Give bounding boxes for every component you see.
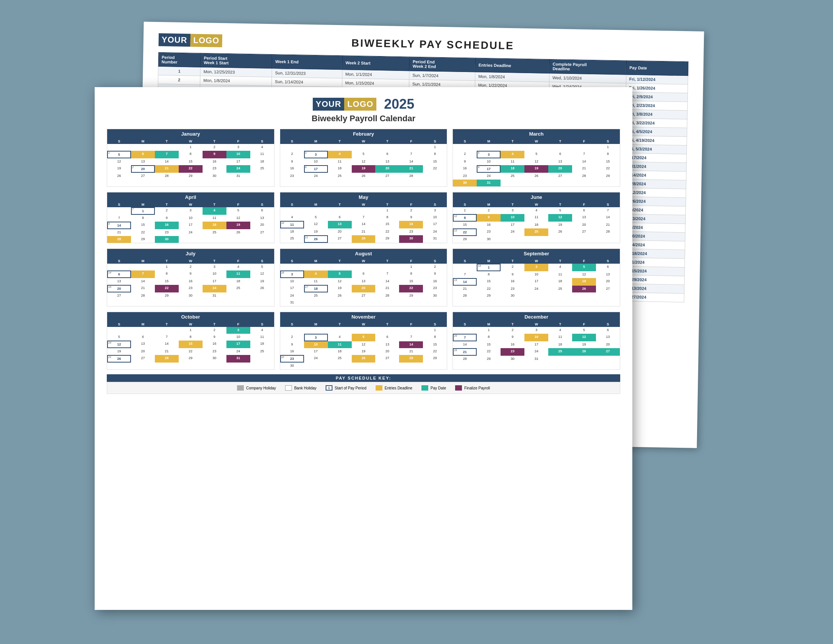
logo-logo: LOGO [190,34,222,47]
month-march: March SMTWTFS 1 2 53 4 5 6 7 8 [452,129,620,187]
legend-pay: Pay Date [421,385,446,391]
legend-start: 1 Start of Pay Period [326,385,367,391]
sep-header: September [453,249,620,258]
month-december: December SMTWTFS 123 456 257 8 9 10 11 1… [452,312,620,370]
col-week1-end: Week 1 End [272,55,342,70]
entries-swatch [376,385,383,391]
front-logo: YOUR LOGO [313,98,376,111]
apr-days-header: SMTWTFS [107,202,274,207]
aug-header: August [280,249,447,258]
nov-days-header: SMTWTFS [280,322,447,327]
oct-days: 1 2 3 4 567 891011 2012 13 14 15 16 17 1… [107,327,274,362]
col-entries: Entries Deadline [475,58,549,73]
legend-bank: Bank Holiday [285,385,317,391]
front-year: 2025 [384,96,414,112]
jan-days: 1234 15 6 7 8 9 10 11 121314 15161718 19… [107,144,274,180]
legend-finalize-label: Finalize Payroll [464,386,490,390]
month-april: April SMTWTFS 71 2 3 4 5 6 789 10111213 [107,192,275,243]
nov-days: 1 2 3 4 5 6 7 8 9 10 11 12 13 14 15 [280,327,447,369]
back-logo: YOUR LOGO [159,33,223,47]
jul-days-header: SMTWTFS [107,258,274,264]
finalize-swatch [455,385,462,391]
feb-header: February [280,129,447,138]
oct-days-header: SMTWTFS [107,322,274,327]
dec-header: December [453,312,620,322]
sep-days-header: SMTWTFS [453,258,620,264]
bank-swatch [285,385,292,391]
col-period: PeriodNumber [158,52,201,67]
month-september: September SMTWTFS 181 2 3 4 5 6 789 1011… [452,248,620,306]
start-swatch: 1 [326,385,333,391]
legend-bank-label: Bank Holiday [294,386,317,390]
dec-days: 123 456 257 8 9 10 11 12 13 141516 17181… [453,327,620,362]
feb-days-header: SMTWTFS [280,138,447,144]
legend-items: Company Holiday Bank Holiday 1 Start of … [107,382,620,394]
month-may: May SMTWTFS 123 456 78910 1011 12 13 14 [280,192,447,243]
front-logo-your: YOUR [313,98,344,111]
month-october: October SMTWTFS 1 2 3 4 567 891011 2012 … [107,312,275,370]
front-document: YOUR LOGO 2025 Biweekly Payroll Calendar… [95,87,632,610]
month-november: November SMTWTFS 1 2 3 4 5 6 7 8 [280,312,447,370]
dec-days-header: SMTWTFS [453,322,620,327]
legend-entries-label: Entries Deadline [385,386,412,390]
may-days-header: SMTWTFS [280,202,447,207]
front-subtitle: Biweekly Payroll Calendar [107,114,620,124]
aug-days: 12 163 4 5 6 7 8 9 101112 13141516 17 17… [280,264,447,306]
jul-header: July [107,249,274,258]
col-period-start: Period StartWeek 1 Start [200,53,272,68]
col-pay-date: Pay Date [626,61,688,76]
may-days: 123 456 78910 1011 12 13 14 15 16 17 181… [280,207,447,243]
holiday-swatch [237,385,244,391]
mar-days-header: SMTWTFS [453,138,620,144]
jan-header: January [107,129,274,138]
legend-holiday: Company Holiday [237,385,276,391]
logo-your: YOUR [159,33,190,47]
mar-header: March [453,129,620,138]
jun-header: June [453,192,620,202]
month-june: June SMTWTFS 123 4567 128 9 10 11 12 13 … [452,192,620,243]
oct-header: October [107,312,274,322]
legend-start-label: Start of Pay Period [335,386,367,390]
mar-days: 1 2 53 4 5 6 7 8 910 11 12131415 16 617 [453,144,620,187]
back-doc-title: BIWEEKLY PAY SCHEDULE [222,35,643,54]
month-august: August SMTWTFS 12 163 4 5 6 7 8 9 [280,248,447,306]
front-header: YOUR LOGO 2025 [107,96,620,112]
legend-entries: Entries Deadline [376,385,412,391]
calendar-grid: January SMTWTFS 1234 15 6 7 8 9 10 11 [107,129,620,370]
page-container: YOUR LOGO BIWEEKLY PAY SCHEDULE PeriodNu… [95,27,738,617]
month-july: July SMTWTFS 123 45 146 7 8910 1112 1314… [107,248,275,306]
jan-days-header: SMTWTFS [107,138,274,144]
legend-holiday-label: Company Holiday [246,386,276,390]
month-january: January SMTWTFS 1234 15 6 7 8 9 10 11 [107,129,275,187]
jun-days-header: SMTWTFS [453,202,620,207]
aug-days-header: SMTWTFS [280,258,447,264]
jun-days: 123 4567 128 9 10 11 12 13 14 151617 181… [453,207,620,243]
month-february: February SMTWTFS 1 2 33 4 5 6 7 8 [280,129,447,187]
legend-pay-label: Pay Date [431,386,446,390]
legend-bar: PAY SCHEDULE KEY: [107,374,620,382]
apr-header: April [107,192,274,202]
legend-finalize: Finalize Payroll [455,385,490,391]
sep-days: 181 2 3 4 5 6 789 10111213 1914 15 16 17… [453,264,620,299]
front-logo-logo: LOGO [344,98,376,111]
feb-days: 1 2 33 4 5 6 7 8 91011 12131415 16 417 1… [280,144,447,180]
col-week2-start: Week 2 Start [342,56,410,71]
may-header: May [280,192,447,202]
pay-swatch [421,385,428,391]
col-period-end: Period EndWeek 2 End [409,57,476,72]
nov-header: November [280,312,447,322]
col-complete: Complete PayrollDeadline [549,59,626,75]
apr-days: 71 2 3 4 5 6 789 10111213 814 15 16 17 1… [107,207,274,243]
jul-days: 123 45 146 7 8910 1112 131415 16171819 1… [107,264,274,299]
back-doc-header: YOUR LOGO BIWEEKLY PAY SCHEDULE [159,33,689,55]
